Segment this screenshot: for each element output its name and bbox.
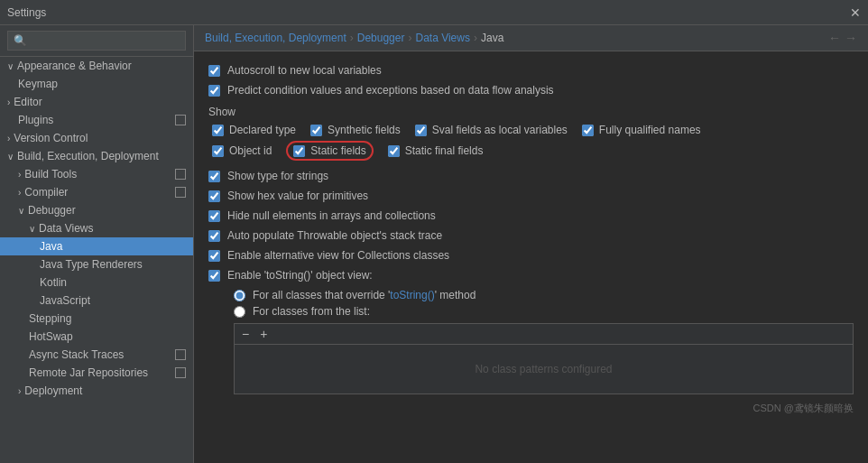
- auto-populate-label: Auto populate Throwable object's stack t…: [227, 229, 442, 242]
- classes-list-radio[interactable]: [234, 306, 245, 318]
- static-fields-checkbox[interactable]: [293, 145, 305, 157]
- predict-label: Predict condition values and exceptions …: [227, 84, 554, 97]
- search-input[interactable]: [7, 31, 186, 51]
- sidebar-item-label: Keymap: [18, 78, 58, 90]
- sidebar-item-label: Kotlin: [40, 276, 67, 289]
- autoscroll-row: Autoscroll to new local variables: [208, 64, 854, 77]
- sidebar-item-remote-jar[interactable]: Remote Jar Repositories: [0, 364, 193, 382]
- predict-checkbox[interactable]: [208, 85, 220, 97]
- add-pattern-button[interactable]: +: [256, 327, 271, 341]
- arrow-icon: ∨: [7, 61, 14, 71]
- sidebar-item-debugger[interactable]: ∨ Debugger: [0, 201, 193, 219]
- sidebar-item-data-views[interactable]: ∨ Data Views: [0, 219, 193, 237]
- sidebar-item-label: Stepping: [29, 312, 71, 325]
- sidebar-item-plugins[interactable]: Plugins: [0, 111, 193, 129]
- arrow-icon: ∨: [18, 206, 24, 216]
- content-panel: Build, Execution, Deployment › Debugger …: [194, 25, 868, 463]
- static-fields-label: Static fields: [310, 144, 365, 157]
- fully-qualified-checkbox[interactable]: [582, 125, 594, 136]
- sidebar-item-appearance[interactable]: ∨ Appearance & Behavior: [0, 57, 193, 75]
- all-classes-row: For all classes that override 'toString(…: [208, 289, 854, 301]
- auto-populate-row: Auto populate Throwable object's stack t…: [208, 229, 854, 242]
- sidebar-item-editor[interactable]: › Editor: [0, 93, 193, 111]
- sidebar-item-label: Build Tools: [24, 168, 77, 181]
- sidebar-item-build-tools[interactable]: › Build Tools: [0, 165, 193, 183]
- sidebar-item-compiler[interactable]: › Compiler: [0, 183, 193, 201]
- sidebar-item-label: Build, Execution, Deployment: [17, 150, 159, 162]
- arrow-icon: ∨: [7, 152, 14, 162]
- breadcrumb-part-2[interactable]: Debugger: [357, 32, 405, 44]
- sidebar-item-keymap[interactable]: Keymap: [0, 75, 193, 93]
- sidebar-item-label: Java: [40, 240, 62, 253]
- sidebar-item-label: Debugger: [28, 204, 76, 217]
- sval-fields-checkbox[interactable]: [415, 125, 427, 136]
- declared-type-label: Declared type: [229, 124, 296, 136]
- all-classes-radio[interactable]: [234, 290, 245, 301]
- auto-populate-checkbox[interactable]: [208, 230, 220, 242]
- autoscroll-label: Autoscroll to new local variables: [227, 64, 382, 77]
- show-hex-label: Show hex value for primitives: [227, 190, 368, 202]
- build-tools-icon: [175, 169, 186, 180]
- breadcrumb-bar: Build, Execution, Deployment › Debugger …: [194, 25, 868, 51]
- sidebar-item-label: Deployment: [24, 384, 82, 397]
- show-type-strings-checkbox[interactable]: [208, 171, 220, 182]
- sidebar-item-deployment[interactable]: › Deployment: [0, 382, 193, 400]
- enable-tostring-checkbox[interactable]: [208, 270, 220, 282]
- object-id-checkbox[interactable]: [212, 145, 224, 157]
- all-classes-label: For all classes that override 'toString(…: [253, 289, 476, 301]
- arrow-icon: ›: [18, 386, 21, 396]
- sidebar-item-stepping[interactable]: Stepping: [0, 310, 193, 328]
- declared-type-item: Declared type: [212, 124, 296, 136]
- breadcrumb-current: Java: [481, 32, 503, 44]
- static-final-fields-label: Static final fields: [405, 144, 484, 157]
- arrow-icon: ›: [18, 170, 21, 180]
- sidebar-item-javascript[interactable]: JavaScript: [0, 292, 193, 310]
- enable-tostring-label: Enable 'toString()' object view:: [227, 269, 373, 282]
- fully-qualified-item: Fully qualified names: [582, 124, 701, 136]
- back-arrow[interactable]: ←: [828, 31, 841, 45]
- sidebar-item-label: Editor: [14, 96, 42, 108]
- sidebar-item-label: Java Type Renderers: [40, 258, 143, 271]
- plugin-icon: [175, 115, 186, 125]
- sidebar-item-label: HotSwap: [29, 330, 73, 343]
- classes-list-label: For classes from the list:: [253, 305, 370, 318]
- sidebar-item-async-stack-traces[interactable]: Async Stack Traces: [0, 346, 193, 364]
- declared-type-checkbox[interactable]: [212, 125, 224, 136]
- autoscroll-checkbox[interactable]: [208, 65, 220, 77]
- sidebar-item-label: Remote Jar Repositories: [29, 366, 148, 379]
- enable-alternative-checkbox[interactable]: [208, 250, 220, 262]
- hide-null-label: Hide null elements in arrays and collect…: [227, 209, 436, 222]
- breadcrumb-part-3[interactable]: Data Views: [415, 32, 469, 44]
- sidebar-item-build[interactable]: ∨ Build, Execution, Deployment: [0, 147, 193, 165]
- static-final-fields-item: Static final fields: [388, 144, 484, 157]
- hide-null-checkbox[interactable]: [208, 210, 220, 222]
- static-fields-item: Static fields: [286, 141, 373, 161]
- watermark: CSDN @鸢镜朱颜暗换: [208, 402, 854, 415]
- predict-row: Predict condition values and exceptions …: [208, 84, 854, 97]
- synthetic-fields-checkbox[interactable]: [310, 125, 322, 136]
- sidebar-item-hotswap[interactable]: HotSwap: [0, 328, 193, 346]
- enable-tostring-row: Enable 'toString()' object view:: [208, 269, 854, 282]
- settings-content: Autoscroll to new local variables Predic…: [194, 51, 868, 463]
- arrow-icon: ›: [7, 134, 10, 144]
- breadcrumb-sep-3: ›: [474, 32, 477, 44]
- static-final-fields-checkbox[interactable]: [388, 145, 400, 157]
- object-id-item: Object id: [212, 144, 272, 157]
- breadcrumb-part-1[interactable]: Build, Execution, Deployment: [205, 32, 346, 44]
- show-hex-row: Show hex value for primitives: [208, 190, 854, 202]
- sidebar-item-kotlin[interactable]: Kotlin: [0, 273, 193, 292]
- enable-alternative-row: Enable alternative view for Collections …: [208, 249, 854, 262]
- sidebar-item-java[interactable]: Java: [0, 237, 193, 255]
- remove-pattern-button[interactable]: −: [238, 327, 253, 341]
- sidebar-item-label: Appearance & Behavior: [17, 60, 132, 72]
- list-empty-message: No class patterns configured: [235, 345, 853, 394]
- show-row2: Object id Static fields Static final fie…: [208, 141, 854, 161]
- synthetic-fields-label: Synthetic fields: [328, 124, 401, 136]
- show-hex-checkbox[interactable]: [208, 190, 220, 202]
- close-button[interactable]: ✕: [850, 5, 861, 20]
- sidebar-item-version-control[interactable]: › Version Control: [0, 129, 193, 147]
- title-bar: Settings ✕: [0, 0, 868, 25]
- sidebar-item-label: Compiler: [24, 186, 68, 199]
- forward-arrow[interactable]: →: [845, 31, 857, 45]
- sidebar-item-java-type-renderers[interactable]: Java Type Renderers: [0, 255, 193, 273]
